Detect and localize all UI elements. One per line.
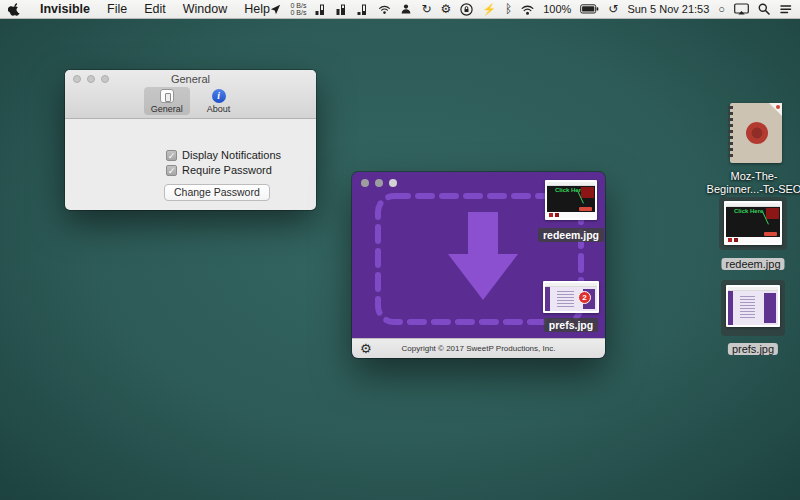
minimize-button[interactable] xyxy=(87,75,95,83)
redeem-file-label: redeem.jpg xyxy=(538,228,604,242)
lock-circle-icon[interactable] xyxy=(460,3,473,16)
require-password-label: Require Password xyxy=(182,164,272,176)
require-password-row: Require Password xyxy=(166,164,316,176)
close-button[interactable] xyxy=(361,179,369,187)
user-icon[interactable] xyxy=(400,3,412,15)
cpu-meter-icon[interactable] xyxy=(315,4,327,15)
battery-icon[interactable] xyxy=(580,4,599,14)
preferences-toolbar: General About xyxy=(65,87,316,115)
download-arrow-icon xyxy=(448,212,518,300)
location-arrow-icon[interactable] xyxy=(270,4,281,15)
notification-badge: 2 xyxy=(578,291,591,304)
apple-menu-icon[interactable] xyxy=(8,3,21,16)
menu-help[interactable]: Help xyxy=(244,2,270,16)
desktop-icon-moz-document[interactable] xyxy=(730,103,782,163)
moz-document-label[interactable]: Moz-The-Beginner...-To-SEO xyxy=(706,170,800,195)
sync-icon[interactable] xyxy=(421,3,431,15)
settings-gear-icon[interactable] xyxy=(360,341,372,356)
notification-center-icon[interactable] xyxy=(779,3,792,15)
hotspot-antenna-icon[interactable] xyxy=(378,3,391,15)
siri-icon[interactable] xyxy=(718,3,725,15)
preferences-titlebar[interactable]: General General About xyxy=(65,70,316,119)
flash-icon[interactable] xyxy=(482,3,496,15)
require-password-checkbox[interactable] xyxy=(166,165,177,176)
display-notifications-label: Display Notifications xyxy=(182,149,281,161)
preferences-content: Display Notifications Require Password C… xyxy=(65,119,316,201)
change-password-button[interactable]: Change Password xyxy=(164,184,270,201)
zoom-button[interactable] xyxy=(101,75,109,83)
menu-bar: Invisible File Edit Window Help 0 B/s 0 … xyxy=(0,0,800,19)
tab-about[interactable]: About xyxy=(200,87,238,115)
gear-menu-icon[interactable] xyxy=(440,3,451,15)
close-button[interactable] xyxy=(73,75,81,83)
app-menu-invisible[interactable]: Invisible xyxy=(40,2,90,16)
zoom-button[interactable] xyxy=(389,179,397,187)
memory-meter-icon[interactable] xyxy=(336,4,348,15)
tab-general[interactable]: General xyxy=(144,87,190,115)
bluetooth-icon[interactable] xyxy=(505,3,512,15)
menu-edit[interactable]: Edit xyxy=(144,2,166,16)
minimize-button[interactable] xyxy=(375,179,383,187)
disk-meter-icon[interactable] xyxy=(357,4,369,15)
battery-percentage[interactable]: 100% xyxy=(543,3,571,15)
redeem-thumbnail[interactable]: Click Here xyxy=(545,180,597,220)
desktop-icon-prefs[interactable] xyxy=(726,285,780,327)
prefs-desktop-label[interactable]: prefs.jpg xyxy=(728,343,778,355)
info-icon xyxy=(212,89,226,103)
menu-file[interactable]: File xyxy=(107,2,127,16)
drop-window-footer: Copyright © 2017 SweetP Productions, Inc… xyxy=(352,338,605,358)
moz-logo xyxy=(746,122,768,144)
desktop-icon-redeem[interactable]: Click Here xyxy=(724,201,782,245)
display-notifications-checkbox[interactable] xyxy=(166,150,177,161)
copyright-text: Copyright © 2017 SweetP Productions, Inc… xyxy=(402,344,556,353)
spiral-binding xyxy=(728,106,733,160)
prefs-file-label: prefs.jpg xyxy=(544,318,598,332)
time-machine-icon[interactable] xyxy=(608,3,618,15)
display-notifications-row: Display Notifications xyxy=(166,149,316,161)
menu-clock[interactable]: Sun 5 Nov 21:53 xyxy=(627,3,709,15)
menu-window[interactable]: Window xyxy=(183,2,227,16)
network-throughput-indicator[interactable]: 0 B/s 0 B/s xyxy=(290,2,306,16)
preferences-window: General General About Display Notificati… xyxy=(65,70,316,210)
drop-zone-window: Click Here redeem.jpg 2 prefs.jpg Copyri… xyxy=(352,172,605,358)
airplay-display-icon[interactable] xyxy=(734,3,749,15)
redeem-desktop-label[interactable]: redeem.jpg xyxy=(721,258,784,270)
wifi-icon[interactable] xyxy=(521,4,534,15)
switch-icon xyxy=(160,89,174,103)
spotlight-search-icon[interactable] xyxy=(758,3,770,15)
